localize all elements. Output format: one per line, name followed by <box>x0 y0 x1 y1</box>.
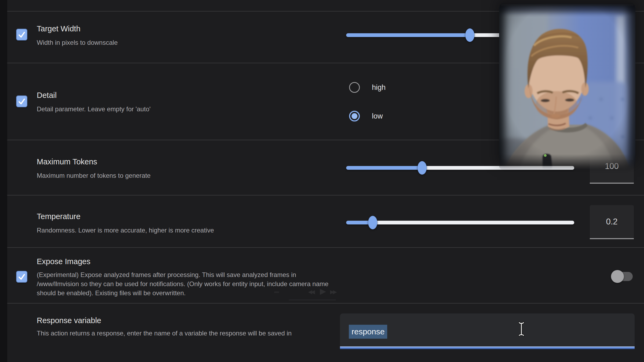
target-width-description: Width in pixels to downscale <box>37 38 118 47</box>
ghost-marker <box>274 291 279 293</box>
target-width-label: Target Width <box>37 24 80 33</box>
row-separator <box>7 303 644 304</box>
response-variable-description: This action returns a response, enter th… <box>37 329 340 338</box>
input-focus-underline <box>340 346 635 349</box>
panel-left-edge <box>0 0 7 362</box>
row-separator <box>7 195 644 195</box>
fast-forward-icon: ▶▶ <box>330 289 336 295</box>
detail-radio-low[interactable] <box>349 111 360 121</box>
response-variable-input-value[interactable]: response <box>349 325 387 339</box>
presenter-video <box>499 3 635 170</box>
play-icon: ▶ <box>320 286 326 296</box>
detail-label: Detail <box>37 91 57 100</box>
checkmark-icon <box>17 97 26 106</box>
response-variable-label: Response variable <box>37 316 101 325</box>
detail-description: Detail parameter. Leave empty for 'auto' <box>37 105 151 114</box>
temperature-slider[interactable] <box>346 221 574 224</box>
checkmark-icon <box>17 30 26 39</box>
maximum-tokens-slider-thumb[interactable] <box>418 161 427 175</box>
expose-images-toggle-knob[interactable] <box>611 270 624 283</box>
row-separator <box>7 247 644 248</box>
radio-dot-icon <box>352 113 357 119</box>
rewind-icon: ◀◀ <box>308 289 314 295</box>
expose-images-label: Expose Images <box>37 257 90 266</box>
maximum-tokens-description: Maximum number of tokens to generate <box>37 171 151 180</box>
expose-images-checkbox[interactable] <box>16 271 27 283</box>
detail-radio-low-label[interactable]: low <box>372 112 383 120</box>
maximum-tokens-label: Maximum Tokens <box>37 157 97 166</box>
detail-checkbox[interactable] <box>16 95 27 107</box>
temperature-value-box[interactable]: 0.2 <box>590 205 634 239</box>
ghost-progress-line <box>289 300 336 300</box>
temperature-description: Randomness. Lower is more accurate, high… <box>37 226 214 235</box>
text-cursor-icon <box>517 321 526 337</box>
target-width-checkbox[interactable] <box>16 29 27 40</box>
detail-radio-high[interactable] <box>349 82 360 93</box>
detail-radio-high-label[interactable]: high <box>372 83 386 92</box>
temperature-slider-thumb[interactable] <box>368 216 377 229</box>
lavalier-mic-icon <box>543 154 552 170</box>
temperature-label: Temperature <box>37 212 80 221</box>
expose-images-description: (Experimental) Expose analyzed frames af… <box>37 270 340 298</box>
checkmark-icon <box>17 272 26 282</box>
temperature-value: 0.2 <box>606 217 617 227</box>
target-width-slider-thumb[interactable] <box>465 28 474 42</box>
webcam-overlay <box>499 3 635 170</box>
